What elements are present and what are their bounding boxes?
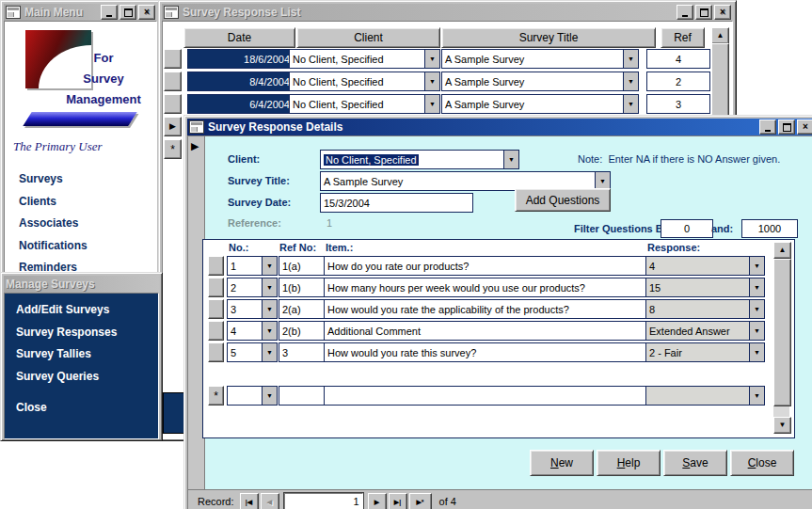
manage-surveys-item[interactable]: Survey Queries bbox=[16, 370, 156, 392]
action-button[interactable]: Help bbox=[597, 450, 661, 476]
client-combobox[interactable]: No Client, Specified ▼ bbox=[289, 94, 440, 114]
ref-no-input[interactable]: 1(a) bbox=[279, 256, 328, 276]
filter-to-input[interactable]: 1000 bbox=[741, 219, 798, 238]
filter-from-input[interactable]: 0 bbox=[661, 219, 713, 238]
column-header-client[interactable]: Client bbox=[296, 27, 440, 48]
dropdown-button[interactable]: ▼ bbox=[749, 343, 764, 361]
ref-cell[interactable]: 4 bbox=[646, 49, 710, 69]
manage-surveys-item[interactable]: Close bbox=[16, 401, 156, 423]
response-combobox[interactable]: Extended Answer ▼ bbox=[645, 321, 765, 341]
action-button[interactable]: Save bbox=[663, 450, 727, 476]
maximize-button[interactable] bbox=[695, 5, 712, 20]
ref-no-input[interactable]: 2(b) bbox=[279, 321, 328, 341]
details-titlebar[interactable]: Survey Response Details × bbox=[187, 119, 812, 135]
last-record-button[interactable]: ▶| bbox=[389, 493, 407, 509]
question-no-combobox[interactable]: 5 ▼ bbox=[227, 342, 278, 362]
scrollbar-thumb[interactable] bbox=[773, 259, 791, 406]
main-menu-item[interactable]: Associates bbox=[19, 216, 152, 239]
question-no-combobox[interactable]: ▼ bbox=[227, 386, 278, 406]
main-menu-item[interactable]: Clients bbox=[19, 195, 152, 217]
record-selector[interactable] bbox=[208, 342, 224, 362]
scroll-up-button[interactable]: ▲ bbox=[711, 27, 729, 44]
new-record-button[interactable]: ▶* bbox=[409, 493, 432, 509]
response-list-titlebar[interactable]: Survey Response List × bbox=[162, 4, 733, 21]
ref-cell[interactable]: 2 bbox=[646, 72, 710, 91]
date-cell[interactable]: 6/4/2004 bbox=[187, 94, 294, 114]
item-input[interactable] bbox=[324, 386, 649, 406]
dropdown-button[interactable]: ▼ bbox=[503, 151, 518, 168]
maximize-button[interactable] bbox=[119, 5, 136, 20]
question-no-combobox[interactable]: 1 ▼ bbox=[227, 256, 278, 276]
ref-no-input[interactable] bbox=[279, 386, 328, 406]
main-menu-item[interactable]: Surveys bbox=[19, 172, 152, 195]
main-menu-item[interactable]: Notifications bbox=[19, 239, 152, 262]
add-questions-button[interactable]: Add Questions bbox=[515, 188, 611, 212]
survey-title-combobox[interactable]: A Sample Survey ▼ bbox=[441, 94, 639, 114]
client-combobox[interactable]: No Client, Specified ▼ bbox=[320, 150, 519, 169]
response-combobox[interactable]: 8 ▼ bbox=[645, 299, 765, 319]
record-selector[interactable] bbox=[164, 94, 182, 114]
scroll-down-button[interactable]: ▼ bbox=[773, 417, 791, 434]
record-selector-current[interactable]: ▶ bbox=[164, 117, 182, 136]
ref-no-input[interactable]: 1(b) bbox=[279, 278, 328, 297]
grid-vertical-scrollbar[interactable]: ▲ ▼ bbox=[773, 242, 789, 434]
record-selector[interactable] bbox=[208, 321, 224, 341]
dropdown-button[interactable]: ▼ bbox=[262, 300, 277, 318]
response-combobox[interactable]: 15 ▼ bbox=[645, 278, 765, 297]
question-no-combobox[interactable]: 2 ▼ bbox=[227, 278, 278, 297]
record-selector-new[interactable]: * bbox=[164, 139, 182, 159]
manage-surveys-item[interactable]: Survey Responses bbox=[16, 326, 156, 348]
dropdown-button[interactable]: ▼ bbox=[623, 72, 638, 90]
dropdown-button[interactable]: ▼ bbox=[749, 300, 764, 318]
close-button[interactable]: × bbox=[138, 5, 155, 20]
ref-no-input[interactable]: 2(a) bbox=[279, 299, 328, 319]
manage-surveys-item[interactable]: Survey Tallies bbox=[16, 347, 156, 370]
response-combobox[interactable]: ▼ bbox=[645, 386, 765, 406]
close-button[interactable]: × bbox=[797, 119, 812, 135]
item-input[interactable]: Additional Comment bbox=[324, 321, 649, 341]
dropdown-button[interactable]: ▼ bbox=[262, 387, 277, 405]
item-input[interactable]: How would you rate the applicability of … bbox=[324, 299, 649, 319]
dropdown-button[interactable]: ▼ bbox=[262, 322, 277, 340]
minimize-button[interactable] bbox=[101, 5, 118, 20]
item-input[interactable]: How many hours per week would you use ou… bbox=[324, 278, 649, 297]
response-combobox[interactable]: 4 ▼ bbox=[645, 256, 765, 276]
next-record-button[interactable]: ▶ bbox=[368, 493, 387, 509]
record-number-input[interactable]: 1 bbox=[284, 493, 363, 509]
minimize-button[interactable] bbox=[677, 5, 693, 20]
first-record-button[interactable]: |◀ bbox=[240, 493, 259, 509]
client-combobox[interactable]: No Client, Specified ▼ bbox=[289, 49, 440, 69]
dropdown-button[interactable]: ▼ bbox=[749, 278, 764, 296]
dropdown-button[interactable]: ▼ bbox=[262, 343, 277, 361]
dropdown-button[interactable]: ▼ bbox=[623, 95, 638, 113]
manage-surveys-item[interactable]: Add/Edit Surveys bbox=[16, 303, 156, 326]
date-cell[interactable]: 18/6/2004 bbox=[187, 49, 294, 69]
column-header-date[interactable]: Date bbox=[183, 27, 295, 48]
dropdown-button[interactable]: ▼ bbox=[623, 50, 638, 68]
dropdown-button[interactable]: ▼ bbox=[749, 387, 764, 405]
date-cell[interactable]: 8/4/2004 bbox=[187, 72, 294, 91]
record-selector[interactable] bbox=[208, 256, 224, 276]
response-combobox[interactable]: 2 - Fair ▼ bbox=[645, 342, 765, 362]
column-header-ref[interactable]: Ref bbox=[661, 27, 705, 48]
ref-cell[interactable]: 3 bbox=[646, 94, 710, 114]
main-menu-titlebar[interactable]: Main Menu × bbox=[4, 4, 157, 21]
record-selector[interactable] bbox=[164, 72, 182, 91]
maximize-button[interactable] bbox=[778, 119, 795, 135]
dropdown-button[interactable]: ▼ bbox=[424, 72, 439, 90]
survey-title-combobox[interactable]: A Sample Survey ▼ bbox=[441, 49, 639, 69]
dropdown-button[interactable]: ▼ bbox=[749, 257, 764, 275]
client-combobox[interactable]: No Client, Specified ▼ bbox=[289, 72, 440, 91]
record-selector[interactable] bbox=[208, 299, 224, 319]
dropdown-button[interactable]: ▼ bbox=[749, 322, 764, 340]
manage-surveys-titlebar[interactable]: Manage Surveys bbox=[4, 276, 159, 293]
scroll-up-button[interactable]: ▲ bbox=[773, 242, 791, 259]
question-no-combobox[interactable]: 3 ▼ bbox=[227, 299, 278, 319]
action-button[interactable]: Close bbox=[730, 450, 794, 476]
survey-date-input[interactable]: 15/3/2004 bbox=[320, 193, 473, 213]
dropdown-button[interactable]: ▼ bbox=[262, 278, 277, 296]
item-input[interactable]: How do you rate our products? bbox=[324, 256, 649, 276]
dropdown-button[interactable]: ▼ bbox=[424, 50, 439, 68]
close-button[interactable]: × bbox=[714, 5, 731, 20]
record-selector[interactable] bbox=[164, 49, 182, 69]
